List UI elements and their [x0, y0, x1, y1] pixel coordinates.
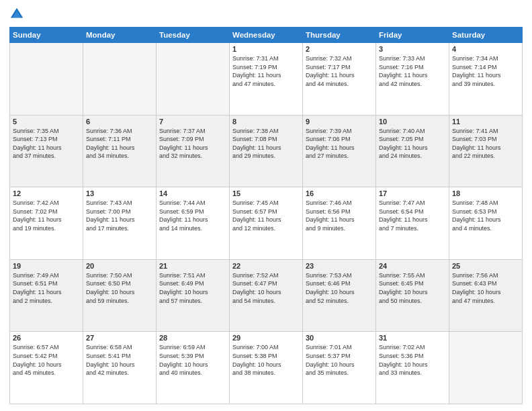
- day-info: Sunrise: 6:58 AM Sunset: 5:41 PM Dayligh…: [86, 343, 153, 377]
- day-info: Sunrise: 7:35 AM Sunset: 7:13 PM Dayligh…: [13, 127, 80, 161]
- calendar-week-row: 1Sunrise: 7:31 AM Sunset: 7:19 PM Daylig…: [10, 43, 523, 116]
- day-info: Sunrise: 7:01 AM Sunset: 5:37 PM Dayligh…: [306, 343, 373, 377]
- calendar-cell: 7Sunrise: 7:37 AM Sunset: 7:09 PM Daylig…: [157, 115, 230, 187]
- calendar-table: SundayMondayTuesdayWednesdayThursdayFrid…: [9, 27, 523, 404]
- calendar-cell: 2Sunrise: 7:32 AM Sunset: 7:17 PM Daylig…: [303, 43, 376, 116]
- day-number: 20: [86, 262, 153, 270]
- day-number: 3: [379, 45, 446, 53]
- day-info: Sunrise: 7:48 AM Sunset: 6:53 PM Dayligh…: [452, 199, 519, 232]
- day-info: Sunrise: 7:36 AM Sunset: 7:11 PM Dayligh…: [86, 127, 153, 161]
- day-number: 4: [452, 45, 519, 53]
- calendar-cell: [10, 43, 83, 116]
- day-header-tuesday: Tuesday: [157, 28, 230, 43]
- calendar-cell: 24Sunrise: 7:55 AM Sunset: 6:45 PM Dayli…: [376, 259, 449, 332]
- day-number: 10: [379, 118, 446, 126]
- day-number: 12: [13, 189, 80, 197]
- day-info: Sunrise: 7:32 AM Sunset: 7:17 PM Dayligh…: [306, 54, 373, 88]
- day-info: Sunrise: 7:37 AM Sunset: 7:09 PM Dayligh…: [159, 127, 226, 161]
- day-info: Sunrise: 7:41 AM Sunset: 7:03 PM Dayligh…: [452, 127, 519, 161]
- day-number: 31: [379, 334, 446, 342]
- day-number: 7: [159, 118, 226, 126]
- day-number: 5: [13, 118, 80, 126]
- day-number: 13: [86, 189, 153, 197]
- calendar-cell: 22Sunrise: 7:52 AM Sunset: 6:47 PM Dayli…: [230, 259, 303, 332]
- calendar-cell: 10Sunrise: 7:40 AM Sunset: 7:05 PM Dayli…: [376, 115, 449, 187]
- day-info: Sunrise: 7:44 AM Sunset: 6:59 PM Dayligh…: [159, 199, 226, 232]
- day-number: 1: [232, 45, 300, 53]
- day-number: 14: [159, 189, 226, 197]
- calendar-cell: 28Sunrise: 6:59 AM Sunset: 5:39 PM Dayli…: [157, 332, 230, 404]
- calendar-cell: [449, 332, 523, 404]
- day-number: 2: [306, 45, 373, 53]
- day-number: 27: [86, 334, 153, 342]
- calendar-cell: 27Sunrise: 6:58 AM Sunset: 5:41 PM Dayli…: [83, 332, 157, 404]
- day-number: 18: [452, 189, 519, 197]
- calendar-cell: 15Sunrise: 7:45 AM Sunset: 6:57 PM Dayli…: [230, 187, 303, 260]
- day-number: 17: [379, 189, 446, 197]
- day-number: 19: [13, 262, 80, 270]
- day-info: Sunrise: 7:34 AM Sunset: 7:14 PM Dayligh…: [452, 54, 519, 88]
- calendar-week-row: 19Sunrise: 7:49 AM Sunset: 6:51 PM Dayli…: [10, 259, 523, 332]
- calendar-week-row: 5Sunrise: 7:35 AM Sunset: 7:13 PM Daylig…: [10, 115, 523, 187]
- day-number: 6: [86, 118, 153, 126]
- day-number: 23: [306, 262, 373, 270]
- calendar-cell: 18Sunrise: 7:48 AM Sunset: 6:53 PM Dayli…: [449, 187, 523, 260]
- calendar-cell: 16Sunrise: 7:46 AM Sunset: 6:56 PM Dayli…: [303, 187, 376, 260]
- calendar-cell: 30Sunrise: 7:01 AM Sunset: 5:37 PM Dayli…: [303, 332, 376, 404]
- day-info: Sunrise: 7:43 AM Sunset: 7:00 PM Dayligh…: [86, 199, 153, 232]
- calendar-cell: 21Sunrise: 7:51 AM Sunset: 6:49 PM Dayli…: [157, 259, 230, 332]
- day-number: 29: [232, 334, 300, 342]
- day-header-thursday: Thursday: [303, 28, 376, 43]
- day-info: Sunrise: 7:50 AM Sunset: 6:50 PM Dayligh…: [86, 271, 153, 305]
- day-info: Sunrise: 7:38 AM Sunset: 7:08 PM Dayligh…: [232, 127, 300, 161]
- day-number: 16: [306, 189, 373, 197]
- day-number: 25: [452, 262, 519, 270]
- day-header-saturday: Saturday: [449, 28, 523, 43]
- day-number: 21: [159, 262, 226, 270]
- calendar-cell: 4Sunrise: 7:34 AM Sunset: 7:14 PM Daylig…: [449, 43, 523, 116]
- calendar-week-row: 12Sunrise: 7:42 AM Sunset: 7:02 PM Dayli…: [10, 187, 523, 260]
- day-info: Sunrise: 7:47 AM Sunset: 6:54 PM Dayligh…: [379, 199, 446, 232]
- calendar-cell: 20Sunrise: 7:50 AM Sunset: 6:50 PM Dayli…: [83, 259, 157, 332]
- calendar-cell: 12Sunrise: 7:42 AM Sunset: 7:02 PM Dayli…: [10, 187, 83, 260]
- day-info: Sunrise: 7:39 AM Sunset: 7:06 PM Dayligh…: [306, 127, 373, 161]
- calendar-cell: 3Sunrise: 7:33 AM Sunset: 7:16 PM Daylig…: [376, 43, 449, 116]
- day-header-sunday: Sunday: [10, 28, 83, 43]
- calendar-cell: 8Sunrise: 7:38 AM Sunset: 7:08 PM Daylig…: [230, 115, 303, 187]
- day-header-monday: Monday: [83, 28, 157, 43]
- day-info: Sunrise: 7:46 AM Sunset: 6:56 PM Dayligh…: [306, 199, 373, 232]
- calendar-header-row: SundayMondayTuesdayWednesdayThursdayFrid…: [10, 28, 523, 43]
- day-number: 26: [13, 334, 80, 342]
- calendar-cell: 19Sunrise: 7:49 AM Sunset: 6:51 PM Dayli…: [10, 259, 83, 332]
- day-number: 28: [159, 334, 226, 342]
- day-info: Sunrise: 7:42 AM Sunset: 7:02 PM Dayligh…: [13, 199, 80, 232]
- day-number: 15: [232, 189, 300, 197]
- calendar-cell: 13Sunrise: 7:43 AM Sunset: 7:00 PM Dayli…: [83, 187, 157, 260]
- logo: [9, 7, 27, 21]
- calendar-cell: 31Sunrise: 7:02 AM Sunset: 5:36 PM Dayli…: [376, 332, 449, 404]
- calendar-cell: 26Sunrise: 6:57 AM Sunset: 5:42 PM Dayli…: [10, 332, 83, 404]
- calendar-cell: 6Sunrise: 7:36 AM Sunset: 7:11 PM Daylig…: [83, 115, 157, 187]
- day-info: Sunrise: 7:49 AM Sunset: 6:51 PM Dayligh…: [13, 271, 80, 305]
- header: [9, 7, 523, 21]
- day-info: Sunrise: 7:40 AM Sunset: 7:05 PM Dayligh…: [379, 127, 446, 161]
- day-info: Sunrise: 7:02 AM Sunset: 5:36 PM Dayligh…: [379, 343, 446, 377]
- day-header-wednesday: Wednesday: [230, 28, 303, 43]
- calendar-cell: 5Sunrise: 7:35 AM Sunset: 7:13 PM Daylig…: [10, 115, 83, 187]
- day-number: 8: [232, 118, 300, 126]
- day-info: Sunrise: 7:56 AM Sunset: 6:43 PM Dayligh…: [452, 271, 519, 305]
- day-number: 24: [379, 262, 446, 270]
- day-info: Sunrise: 7:33 AM Sunset: 7:16 PM Dayligh…: [379, 54, 446, 88]
- day-info: Sunrise: 7:31 AM Sunset: 7:19 PM Dayligh…: [232, 54, 300, 88]
- calendar-cell: 1Sunrise: 7:31 AM Sunset: 7:19 PM Daylig…: [230, 43, 303, 116]
- day-info: Sunrise: 7:52 AM Sunset: 6:47 PM Dayligh…: [232, 271, 300, 305]
- calendar-cell: 29Sunrise: 7:00 AM Sunset: 5:38 PM Dayli…: [230, 332, 303, 404]
- logo-icon: [9, 7, 24, 21]
- day-info: Sunrise: 6:57 AM Sunset: 5:42 PM Dayligh…: [13, 343, 80, 377]
- calendar-cell: 11Sunrise: 7:41 AM Sunset: 7:03 PM Dayli…: [449, 115, 523, 187]
- calendar-cell: 23Sunrise: 7:53 AM Sunset: 6:46 PM Dayli…: [303, 259, 376, 332]
- day-info: Sunrise: 6:59 AM Sunset: 5:39 PM Dayligh…: [159, 343, 226, 377]
- calendar-week-row: 26Sunrise: 6:57 AM Sunset: 5:42 PM Dayli…: [10, 332, 523, 404]
- day-number: 9: [306, 118, 373, 126]
- day-info: Sunrise: 7:00 AM Sunset: 5:38 PM Dayligh…: [232, 343, 300, 377]
